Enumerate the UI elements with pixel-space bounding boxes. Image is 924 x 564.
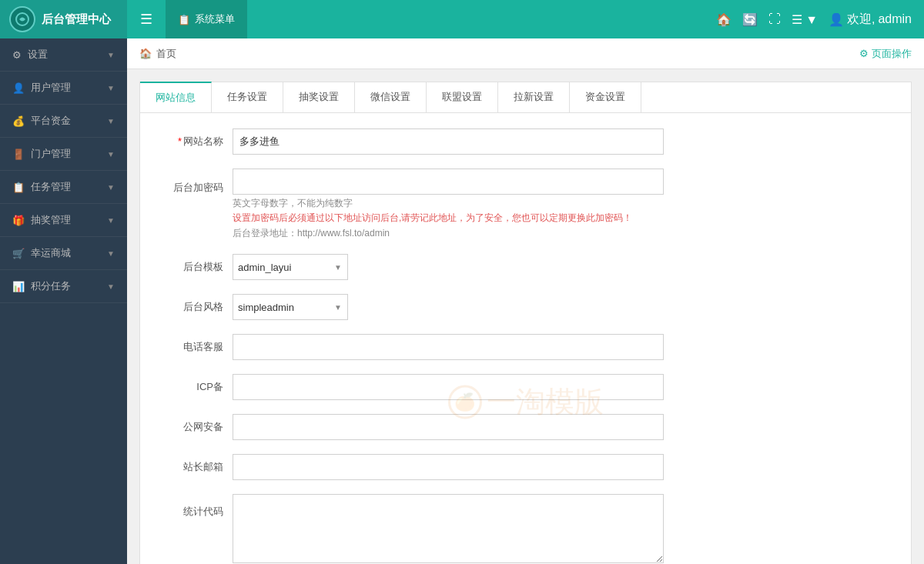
field-stats: 每个词以英文逗号隔开 [233,494,664,564]
input-password[interactable] [233,169,664,195]
arrow-icon-3: ▼ [107,117,115,125]
portal-icon: 🚪 [12,149,25,160]
sidebar-item-funds[interactable]: 💰 平台资金 ▼ [0,105,127,138]
sidebar-label-lottery: 抽奖管理 [31,213,71,227]
input-police[interactable] [233,414,664,440]
field-template: admin_layui [233,254,664,280]
tab-label: 系统菜单 [195,12,235,26]
more-menu-icon[interactable]: ☰ ▼ [792,12,818,27]
sidebar-item-users[interactable]: 👤 用户管理 ▼ [0,72,127,105]
label-stats: 统计代码 [163,494,233,525]
sidebar-label-tasks: 任务管理 [31,180,71,194]
active-tab[interactable]: 📋 系统菜单 [166,0,247,38]
label-template: 后台模板 [163,254,233,280]
username[interactable]: admin [878,12,912,26]
breadcrumb-bar: 🏠 首页 ⚙ 页面操作 [127,38,924,69]
hint-password-2: 设置加密码后必须通过以下地址访问后台,请劳记此地址，为了安全，您也可以定期更换此… [233,212,664,225]
label-police: 公网安备 [163,414,233,440]
form-area: 🍊 一淘模版 网站名称 后台加密码 英文字母数字，不能为纯数字 [140,113,911,564]
input-phone[interactable] [233,334,664,360]
tab-lottery-settings[interactable]: 抽奖设置 [283,82,355,112]
form-row-stats: 统计代码 每个词以英文逗号隔开 [163,494,888,564]
label-password: 后台加密码 [163,169,233,201]
tab-bar: 网站信息 任务设置 抽奖设置 微信设置 联盟设置 拉新设置 资金设置 [140,82,911,113]
logo-text: 后台管理中心 [42,12,111,27]
topbar-right: 🏠 🔄 ⛶ ☰ ▼ 👤 欢迎, admin [716,12,924,28]
field-site-name [233,128,664,155]
label-site-name: 网站名称 [163,128,233,155]
select-wrapper-style: simpleadmin [233,294,348,320]
form-row-icp: ICP备 [163,374,888,400]
sidebar-label-shop: 幸运商城 [31,246,71,260]
form-row-template: 后台模板 admin_layui [163,254,888,280]
sidebar-item-portal[interactable]: 🚪 门户管理 ▼ [0,138,127,171]
fullscreen-icon[interactable]: ⛶ [768,12,781,26]
sidebar-item-points[interactable]: 📊 积分任务 ▼ [0,270,127,303]
label-email: 站长邮箱 [163,454,233,480]
field-police [233,414,664,440]
home-nav-icon[interactable]: 🏠 [716,12,732,27]
sidebar-item-lottery[interactable]: 🎁 抽奖管理 ▼ [0,204,127,237]
refresh-icon[interactable]: 🔄 [742,12,758,27]
select-style[interactable]: simpleadmin [233,294,348,320]
arrow-icon-4: ▼ [107,150,115,159]
field-password: 英文字母数字，不能为纯数字 设置加密码后必须通过以下地址访问后台,请劳记此地址，… [233,169,664,240]
logo-icon [9,6,35,32]
points-icon: 📊 [12,281,25,292]
tab-alliance-settings[interactable]: 联盟设置 [427,82,498,112]
label-icp: ICP备 [163,374,233,400]
tab-pull-settings[interactable]: 拉新设置 [498,82,570,112]
input-site-name[interactable] [233,128,664,155]
field-email [233,454,664,480]
sidebar: 后台管理中心 ⚙ 设置 ▼ 👤 用户管理 ▼ 💰 平台资金 ▼ 🚪 门户管理 ▼… [0,0,127,564]
form-row-police: 公网安备 [163,414,888,440]
field-style: simpleadmin [233,294,664,320]
select-wrapper-template: admin_layui [233,254,348,280]
sidebar-item-shop[interactable]: 🛒 幸运商城 ▼ [0,237,127,270]
shop-icon: 🛒 [12,248,25,259]
user-info: 👤 欢迎, admin [829,12,912,28]
tab-task-settings[interactable]: 任务设置 [212,82,283,112]
field-phone [233,334,664,360]
tasks-icon: 📋 [12,182,25,193]
sidebar-label-portal: 门户管理 [31,147,71,161]
settings-icon: ⚙ [12,49,22,61]
page-action-button[interactable]: ⚙ 页面操作 [859,47,912,61]
breadcrumb-home-label[interactable]: 首页 [156,47,176,61]
tab-fund-settings[interactable]: 资金设置 [570,82,641,112]
lottery-icon: 🎁 [12,215,25,226]
user-greeting: 欢迎, [847,12,875,28]
main-content: ☰ 📋 系统菜单 🏠 🔄 ⛶ ☰ ▼ 👤 欢迎, admin 🏠 首页 ⚙ 页面… [127,0,924,564]
hamburger-icon: ☰ [140,11,152,28]
tab-site-info[interactable]: 网站信息 [140,82,212,112]
form-row-email: 站长邮箱 [163,454,888,480]
arrow-icon-7: ▼ [107,249,115,258]
form-row-phone: 电话客服 [163,334,888,360]
menu-toggle-button[interactable]: ☰ [127,0,166,38]
input-email[interactable] [233,454,664,480]
arrow-icon-8: ▼ [107,282,115,291]
select-template[interactable]: admin_layui [233,254,348,280]
field-icp [233,374,664,400]
sidebar-item-settings[interactable]: ⚙ 设置 ▼ [0,38,127,72]
label-phone: 电话客服 [163,334,233,360]
user-icon: 👤 [829,12,844,27]
label-style: 后台风格 [163,294,233,320]
content-panel: 网站信息 任务设置 抽奖设置 微信设置 联盟设置 拉新设置 资金设置 🍊 一淘模… [139,82,912,564]
sidebar-label-users: 用户管理 [31,81,71,95]
sidebar-item-tasks[interactable]: 📋 任务管理 ▼ [0,171,127,204]
input-icp[interactable] [233,374,664,400]
sidebar-label-funds: 平台资金 [31,114,71,128]
tab-wechat-settings[interactable]: 微信设置 [355,82,427,112]
breadcrumb-home-icon: 🏠 [139,48,152,59]
arrow-icon-2: ▼ [107,84,115,92]
page-action-icon: ⚙ [859,48,869,59]
sidebar-label-points: 积分任务 [31,279,71,293]
arrow-icon-5: ▼ [107,183,115,192]
sidebar-logo: 后台管理中心 [0,0,127,38]
topbar: ☰ 📋 系统菜单 🏠 🔄 ⛶ ☰ ▼ 👤 欢迎, admin [127,0,924,38]
users-icon: 👤 [12,82,25,94]
form-row-password: 后台加密码 英文字母数字，不能为纯数字 设置加密码后必须通过以下地址访问后台,请… [163,169,888,240]
tab-icon: 📋 [178,14,190,25]
textarea-stats[interactable] [233,494,664,563]
